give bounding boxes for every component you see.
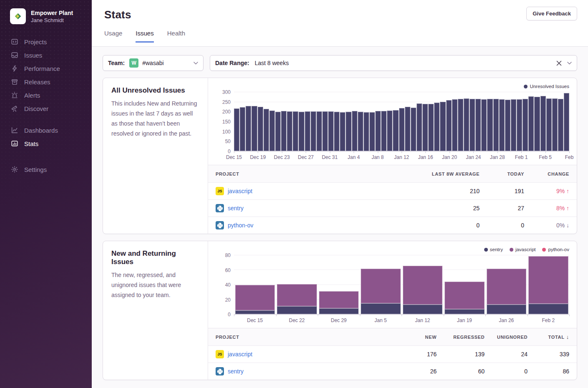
bar bbox=[481, 99, 487, 151]
segment-javascript bbox=[319, 291, 359, 308]
sidebar-item-issues[interactable]: Issues bbox=[0, 48, 92, 62]
tab-health[interactable]: Health bbox=[167, 30, 185, 43]
project-cell: JSjavascript bbox=[216, 187, 396, 195]
sidebar-item-alerts[interactable]: Alerts bbox=[0, 88, 92, 102]
sidebar: Empower Plant Jane Schmidt ProjectsIssue… bbox=[0, 0, 92, 388]
cell: 25 bbox=[396, 205, 480, 212]
panel-description: The new, regressed, and unignored issues… bbox=[111, 270, 199, 300]
y-axis-label: 250 bbox=[222, 99, 231, 105]
x-axis-label: Feb bbox=[565, 154, 574, 160]
column-header-total[interactable]: TOTAL ↓ bbox=[528, 334, 569, 340]
sidebar-item-releases[interactable]: Releases bbox=[0, 75, 92, 88]
project-link[interactable]: sentry bbox=[228, 368, 244, 375]
legend-item-sentry[interactable]: sentry bbox=[484, 246, 503, 253]
x-axis-label: Dec 29 bbox=[318, 317, 360, 325]
bar bbox=[505, 100, 510, 151]
x-axis-tick bbox=[485, 315, 486, 316]
cell: 0 bbox=[485, 368, 528, 375]
sidebar-item-label: Discover bbox=[24, 105, 48, 112]
bar bbox=[240, 107, 245, 151]
sidebar-item-label: Alerts bbox=[24, 92, 40, 99]
project-cell: sentry bbox=[216, 367, 387, 375]
cell: 139 bbox=[437, 351, 485, 358]
sidebar-item-label: Settings bbox=[24, 166, 47, 173]
give-feedback-button[interactable]: Give Feedback bbox=[526, 7, 577, 20]
panel-description: This includes New and Returning issues i… bbox=[111, 98, 199, 139]
bar bbox=[558, 99, 563, 151]
project-link[interactable]: javascript bbox=[228, 351, 252, 358]
x-axis-labels: Dec 15Dec 22Dec 29Jan 5Jan 12Jan 19Jan 2… bbox=[234, 317, 569, 325]
bar bbox=[269, 111, 275, 151]
bar bbox=[251, 106, 257, 151]
segment-javascript bbox=[235, 285, 275, 311]
x-axis-label: Dec 15 bbox=[234, 317, 276, 325]
project-link[interactable]: sentry bbox=[228, 205, 244, 212]
legend-dot-icon bbox=[484, 248, 488, 252]
tab-issues[interactable]: Issues bbox=[136, 30, 153, 43]
segment-javascript bbox=[361, 269, 401, 303]
bar-series-unresolved-issues bbox=[234, 92, 569, 151]
project-link[interactable]: python-ov bbox=[228, 222, 253, 229]
stacked-bar-dec-15 bbox=[234, 255, 276, 314]
y-axis: 050100150200250300 bbox=[216, 92, 231, 151]
x-axis-tick bbox=[450, 151, 450, 153]
legend-item-python-ov[interactable]: python-ov bbox=[542, 246, 569, 253]
bar bbox=[258, 107, 263, 151]
x-axis-tick bbox=[545, 151, 546, 153]
cell: 86 bbox=[528, 368, 569, 375]
x-axis-tick bbox=[402, 315, 402, 316]
segment-javascript bbox=[528, 256, 568, 304]
column-header-today: TODAY bbox=[480, 171, 524, 176]
sidebar-item-settings[interactable]: Settings bbox=[0, 163, 92, 176]
cell: 0% ↓ bbox=[524, 222, 569, 229]
bar bbox=[328, 111, 334, 151]
sidebar-group: DashboardsStats bbox=[0, 123, 92, 150]
stacked-bar-jan-26 bbox=[485, 255, 528, 314]
x-axis-tick bbox=[528, 315, 528, 316]
issues-icon bbox=[11, 51, 18, 59]
sidebar-item-discover[interactable]: Discover bbox=[0, 102, 92, 115]
x-axis-label: Feb 5 bbox=[539, 154, 552, 160]
segment-sentry bbox=[487, 305, 527, 314]
cell: 8% ↑ bbox=[524, 205, 569, 212]
projects-icon bbox=[11, 38, 18, 45]
sidebar-item-projects[interactable]: Projects bbox=[0, 35, 92, 48]
table-row: JSjavascript2101919% ↑ bbox=[208, 182, 577, 199]
team-avatar: W bbox=[129, 58, 138, 68]
table-row: sentry2660086 bbox=[208, 363, 577, 380]
team-select-value: #wasabi bbox=[142, 60, 163, 66]
sidebar-group: ProjectsIssuesPerformanceReleasesAlertsD… bbox=[0, 35, 92, 115]
page-title: Stats bbox=[104, 8, 577, 21]
org-switcher[interactable]: Empower Plant Jane Schmidt bbox=[0, 0, 92, 24]
legend-item-unresolved-issues[interactable]: Unresolved Issues bbox=[524, 83, 569, 90]
sidebar-item-dashboards[interactable]: Dashboards bbox=[0, 123, 92, 137]
x-axis: Dec 15Dec 22Dec 29Jan 5Jan 12Jan 19Jan 2… bbox=[234, 315, 569, 325]
bar bbox=[528, 96, 534, 151]
performance-icon bbox=[11, 65, 18, 72]
close-icon[interactable] bbox=[556, 60, 562, 66]
team-select[interactable]: Team: W #wasabi bbox=[103, 55, 204, 71]
y-axis-label: 50 bbox=[225, 139, 231, 144]
stacked-bar-feb-2 bbox=[528, 255, 570, 314]
panel-all-unresolved-issues: All Unresolved Issues This includes New … bbox=[103, 78, 577, 234]
legend-item-javascript[interactable]: javascript bbox=[510, 246, 536, 253]
x-axis-tick bbox=[402, 151, 402, 153]
project-cell: python-ov bbox=[216, 221, 396, 229]
bar bbox=[517, 99, 522, 151]
column-header-project: PROJECT bbox=[216, 335, 387, 340]
x-axis-label: Jan 12 bbox=[394, 154, 409, 160]
chart-legend: sentryjavascriptpython-ov bbox=[216, 246, 569, 253]
x-axis-label: Jan 24 bbox=[466, 154, 481, 160]
y-axis-label: 0 bbox=[228, 149, 231, 154]
project-link[interactable]: javascript bbox=[228, 188, 252, 194]
date-range-select[interactable]: Date Range: Last 8 weeks bbox=[210, 55, 577, 71]
x-axis-tick bbox=[276, 315, 276, 316]
x-axis-tick bbox=[354, 151, 354, 153]
sidebar-item-performance[interactable]: Performance bbox=[0, 62, 92, 75]
bar bbox=[452, 99, 457, 151]
tab-usage[interactable]: Usage bbox=[104, 30, 122, 43]
sidebar-item-stats[interactable]: Stats bbox=[0, 137, 92, 150]
x-axis-tick bbox=[360, 315, 360, 316]
org-logo-icon bbox=[10, 8, 26, 24]
y-axis-label: 100 bbox=[222, 129, 231, 135]
